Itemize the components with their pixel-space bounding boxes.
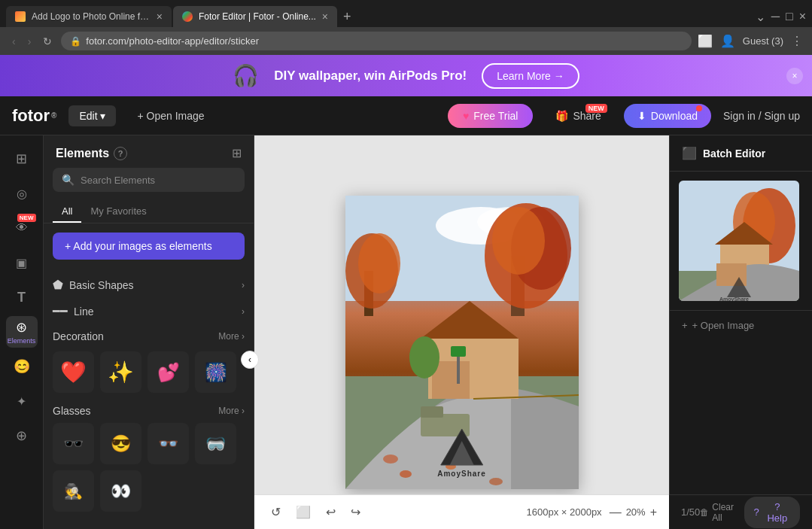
- edit-button[interactable]: Edit ▾: [68, 105, 116, 126]
- grid-view-icon[interactable]: ⊞: [232, 146, 242, 160]
- download-button[interactable]: ⬇ Download: [624, 104, 711, 128]
- svg-point-6: [492, 207, 545, 275]
- help-button[interactable]: ? ? Help: [744, 497, 800, 528]
- sidebar-item-more[interactable]: ⊕: [6, 420, 38, 451]
- help-icon-button[interactable]: ?: [114, 147, 127, 160]
- search-input[interactable]: [81, 175, 236, 186]
- line-title[interactable]: ━━ Line: [53, 304, 93, 318]
- account-icon[interactable]: 👤: [720, 34, 735, 48]
- glasses-item-6[interactable]: 👀: [100, 470, 141, 512]
- eye-icon: 👁: [16, 221, 28, 235]
- frames-icon: ▣: [16, 256, 27, 270]
- undo-button[interactable]: ↩: [321, 502, 340, 522]
- basic-shapes-arrow[interactable]: ›: [242, 280, 245, 290]
- redo-button[interactable]: ↪: [346, 502, 365, 522]
- sidebar-item-effects[interactable]: ✦: [6, 385, 38, 417]
- decoration-title: Decoration: [53, 330, 104, 342]
- elements-icon: ⊛: [16, 319, 27, 336]
- sidebar-item-frames[interactable]: ▣: [6, 247, 38, 278]
- tab-favorites[interactable]: My Favorites: [81, 201, 155, 223]
- panel-collapse-arrow[interactable]: ‹: [241, 351, 259, 369]
- decoration-item-3[interactable]: 💕: [147, 351, 189, 393]
- tab-2[interactable]: Fotor Editor | Fotor - Online... ×: [173, 6, 337, 27]
- learn-more-button[interactable]: Learn More →: [482, 63, 579, 89]
- signin-button[interactable]: Sign in / Sign up: [723, 110, 800, 122]
- new-tab-button[interactable]: +: [339, 9, 356, 25]
- svg-rect-18: [421, 406, 443, 418]
- close-browser-icon[interactable]: ×: [799, 10, 806, 23]
- right-bottom-bar: 1/50 🗑 Clear All ? ? Help: [669, 494, 812, 529]
- line-arrow[interactable]: ›: [242, 306, 245, 317]
- fotor-logo: fotor®: [12, 106, 56, 126]
- forward-button[interactable]: ›: [25, 34, 35, 49]
- canvas-dimensions: 1600px × 2000px: [527, 506, 602, 518]
- sidebar-item-stickers[interactable]: 😊: [6, 351, 38, 382]
- decoration-item-4[interactable]: 🎆: [195, 351, 236, 393]
- glasses-item-2[interactable]: 😎: [100, 423, 141, 464]
- eye-new-badge: NEW: [17, 214, 36, 222]
- tab-bar: Add Logo to Photo Online for... × Fotor …: [0, 0, 812, 27]
- decoration-item-2[interactable]: ✨: [100, 351, 141, 393]
- glasses-item-3[interactable]: 👓: [147, 423, 189, 464]
- thumbnail-image[interactable]: AmoyShare: [679, 181, 799, 301]
- sidebar-item-text[interactable]: T: [6, 281, 38, 313]
- share-button[interactable]: 🎁 Share NEW: [545, 105, 611, 126]
- address-bar[interactable]: 🔒 fotor.com/photo-editor-app/editor/stic…: [61, 32, 691, 50]
- clear-all-button[interactable]: 🗑 Clear All: [700, 502, 744, 523]
- back-button[interactable]: ‹: [9, 34, 19, 49]
- tab-1-label: Add Logo to Photo Online for...: [32, 11, 151, 22]
- browser-chrome: Add Logo to Photo Online for... × Fotor …: [0, 0, 812, 55]
- open-image-button[interactable]: + Open Image: [128, 105, 213, 126]
- elements-panel: Elements ? ⊞ 🔍 All My Favorites + Add yo…: [44, 135, 254, 529]
- panel-tabs: All My Favorites: [44, 201, 254, 223]
- tab-1-close[interactable]: ×: [157, 11, 163, 23]
- banner-text: DIY wallpaper, win AirPods Pro!: [274, 68, 467, 84]
- glasses-item-5[interactable]: 🕵️: [53, 470, 94, 512]
- banner-close-button[interactable]: ×: [786, 68, 803, 84]
- glasses-item-4[interactable]: 🥽: [195, 423, 236, 464]
- free-trial-button[interactable]: ♥ Free Trial: [448, 104, 533, 128]
- refresh-button[interactable]: ↻: [40, 34, 55, 49]
- plus-icon: +: [682, 320, 688, 331]
- tab-2-close[interactable]: ×: [322, 11, 328, 23]
- svg-point-9: [358, 233, 400, 293]
- glasses-item-1[interactable]: 🕶️: [53, 423, 94, 464]
- decoration-more-link[interactable]: More ›: [218, 331, 245, 342]
- sidebar-item-beauty[interactable]: ◎: [6, 178, 38, 209]
- decoration-item-1[interactable]: ❤️: [53, 351, 94, 393]
- canvas-watermark: AmoyShare: [437, 427, 486, 478]
- sidebar-item-filter[interactable]: ⊞: [6, 143, 38, 175]
- tab-all[interactable]: All: [53, 201, 81, 223]
- tab-2-favicon: [182, 11, 193, 22]
- svg-point-19: [400, 470, 412, 478]
- page-count: 1/50: [681, 506, 700, 518]
- zoom-level: 20%: [626, 506, 646, 518]
- sidebar-item-eye[interactable]: 👁 NEW: [6, 212, 38, 244]
- menu-icon[interactable]: ⋮: [791, 34, 803, 48]
- filter-icon: ⊞: [16, 150, 27, 167]
- rotate-tool-button[interactable]: ↺: [266, 502, 285, 522]
- tab-1[interactable]: Add Logo to Photo Online for... ×: [6, 6, 172, 27]
- basic-shapes-title[interactable]: ⬟ Basic Shapes: [53, 278, 134, 292]
- cast-icon[interactable]: ⬜: [698, 34, 713, 48]
- canvas-area[interactable]: AmoyShare: [254, 135, 669, 529]
- glasses-more-link[interactable]: More ›: [218, 406, 245, 416]
- glasses-title: Glasses: [53, 405, 91, 417]
- download-icon: ⬇: [637, 110, 646, 122]
- bottom-tools: ↺ ⬜ ↩ ↪: [266, 502, 365, 522]
- heart-icon: ♥: [463, 110, 469, 122]
- zoom-in-button[interactable]: +: [650, 506, 657, 519]
- zoom-out-button[interactable]: —: [610, 506, 622, 519]
- share-new-badge: NEW: [585, 104, 607, 113]
- flip-tool-button[interactable]: ⬜: [291, 502, 315, 522]
- minimize-icon[interactable]: ─: [771, 10, 780, 23]
- open-image-right-button[interactable]: + + Open Image: [670, 310, 812, 340]
- decoration-grid: ❤️ ✨ 💕 🎆: [44, 348, 254, 405]
- add-images-button[interactable]: + Add your images as elements: [53, 233, 245, 260]
- tab-list-icon[interactable]: ⌄: [756, 10, 765, 24]
- batch-editor-title: Batch Editor: [703, 147, 765, 160]
- svg-rect-16: [451, 346, 466, 357]
- restore-icon[interactable]: □: [786, 10, 793, 23]
- trash-icon: 🗑: [700, 507, 709, 518]
- sidebar-item-elements[interactable]: ⊛ Elements: [6, 316, 38, 348]
